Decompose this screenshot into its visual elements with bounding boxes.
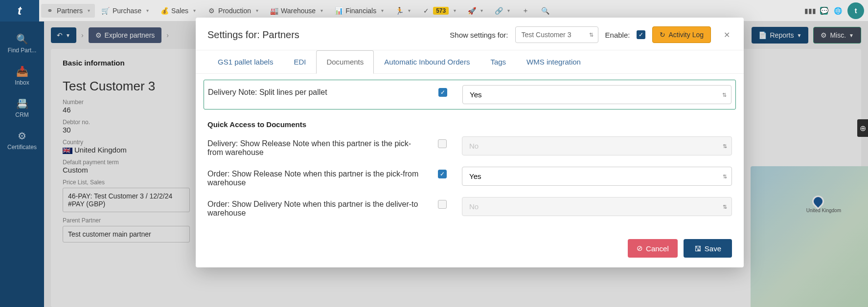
- nav-financials[interactable]: 📊 Financials ▾: [330, 4, 388, 18]
- save-label: Save: [705, 244, 721, 253]
- production-icon: ⚙: [207, 7, 215, 15]
- close-icon[interactable]: ✕: [722, 28, 732, 42]
- nav-label: Purchase: [113, 7, 141, 15]
- link-icon: 🔗: [495, 7, 503, 15]
- user-avatar[interactable]: t: [847, 2, 864, 19]
- tab-documents[interactable]: Documents: [316, 50, 374, 74]
- setting-select[interactable]: No: [462, 197, 732, 216]
- nav-extra-1[interactable]: 🏃▾: [390, 4, 415, 18]
- check-icon: ✓: [422, 7, 430, 15]
- modal-footer: ⊘ Cancel 🖫 Save: [196, 232, 744, 267]
- setting-row-delivery-release-note: Delivery: Show Release Note when this pa…: [207, 132, 732, 162]
- nav-label: Production: [218, 7, 251, 15]
- setting-checkbox[interactable]: [438, 200, 447, 209]
- nav-extra-2[interactable]: ✓573▾: [417, 4, 461, 18]
- setting-row-delivery-note-split: Delivery Note: Split lines per pallet ✓ …: [204, 80, 736, 110]
- setting-checkbox[interactable]: [438, 139, 447, 148]
- badge-count: 573: [433, 7, 449, 15]
- setting-label: Delivery Note: Split lines per pallet: [208, 85, 423, 97]
- nav-extra-4[interactable]: 🔗▾: [490, 4, 515, 18]
- chevron-down-icon: ▾: [193, 8, 196, 13]
- financials-icon: 📊: [335, 7, 343, 15]
- setting-checkbox[interactable]: ✓: [438, 170, 447, 178]
- chevron-down-icon: ▾: [256, 8, 258, 13]
- nav-label: Partners: [57, 7, 83, 15]
- cancel-icon: ⊘: [637, 244, 643, 253]
- setting-label: Order: Show Release Note when this partn…: [207, 167, 423, 187]
- setting-checkbox[interactable]: ✓: [438, 88, 447, 97]
- settings-modal: Settings for: Partners Show settings for…: [196, 18, 744, 267]
- nav-label: Warehouse: [281, 7, 316, 15]
- sales-icon: 💰: [160, 7, 168, 15]
- app-logo[interactable]: t: [0, 0, 39, 22]
- run-icon: 🏃: [395, 7, 403, 15]
- nav-search[interactable]: 🔍: [536, 4, 554, 18]
- cart-icon: 🛒: [102, 7, 110, 15]
- warehouse-icon: 🏭: [270, 7, 278, 15]
- plus-icon: ＋: [522, 7, 529, 15]
- section-quick-access: Quick Access to Documents: [207, 111, 732, 132]
- modal-header: Settings for: Partners Show settings for…: [196, 18, 744, 50]
- chat-icon[interactable]: 💬: [820, 7, 828, 15]
- setting-select[interactable]: Yes: [462, 85, 731, 104]
- barcode-icon[interactable]: ▮▮▮: [806, 7, 814, 15]
- chevron-down-icon: ▾: [381, 8, 384, 13]
- tab-wms[interactable]: WMS integration: [516, 50, 591, 73]
- chevron-down-icon: ▾: [88, 8, 90, 13]
- setting-select[interactable]: Yes: [462, 167, 732, 186]
- partners-icon: ⚭: [46, 7, 54, 15]
- show-settings-for-label: Show settings for:: [450, 31, 508, 39]
- nav-production[interactable]: ⚙ Production ▾: [203, 4, 263, 18]
- nav-extra-3[interactable]: 🚀▾: [463, 4, 488, 18]
- save-icon: 🖫: [694, 244, 702, 253]
- nav-sales[interactable]: 💰 Sales ▾: [156, 4, 201, 18]
- modal-tabs: GS1 pallet labels EDI Documents Automati…: [196, 50, 744, 74]
- activity-log-button[interactable]: ↻ Activity Log: [652, 26, 711, 43]
- modal-title: Settings for: Partners: [207, 29, 299, 41]
- modal-body: Delivery Note: Split lines per pallet ✓ …: [196, 74, 744, 232]
- nav-label: Financials: [345, 7, 376, 15]
- nav-add[interactable]: ＋: [517, 4, 534, 18]
- setting-label: Delivery: Show Release Note when this pa…: [207, 136, 423, 157]
- nav-label: Sales: [171, 7, 188, 15]
- tab-edi[interactable]: EDI: [283, 50, 316, 73]
- setting-row-order-release-note: Order: Show Release Note when this partn…: [207, 162, 732, 192]
- globe-icon[interactable]: 🌐: [834, 7, 842, 15]
- tab-gs1[interactable]: GS1 pallet labels: [207, 50, 283, 73]
- setting-select[interactable]: No: [462, 136, 732, 155]
- setting-label: Order: Show Delivery Note when this part…: [207, 197, 423, 218]
- chevron-down-icon: ▾: [146, 8, 149, 13]
- activity-label: Activity Log: [668, 31, 704, 39]
- enable-checkbox[interactable]: ✓: [637, 30, 645, 39]
- enable-label: Enable:: [605, 31, 630, 39]
- tab-tags[interactable]: Tags: [480, 50, 516, 73]
- show-settings-for-select[interactable]: Test Customer 3: [515, 26, 598, 43]
- activity-icon: ↻: [660, 31, 665, 39]
- chevron-down-icon: ▾: [320, 8, 323, 13]
- nav-warehouse[interactable]: 🏭 Warehouse ▾: [265, 4, 328, 18]
- rocket-icon: 🚀: [468, 7, 476, 15]
- cancel-label: Cancel: [646, 244, 669, 253]
- nav-purchase[interactable]: 🛒 Purchase ▾: [97, 4, 154, 18]
- nav-partners[interactable]: ⚭ Partners ▾: [41, 4, 95, 18]
- cancel-button[interactable]: ⊘ Cancel: [628, 239, 678, 258]
- search-icon: 🔍: [541, 7, 549, 15]
- save-button[interactable]: 🖫 Save: [684, 239, 732, 258]
- setting-row-order-delivery-note: Order: Show Delivery Note when this part…: [207, 192, 732, 222]
- tab-auto-inbound[interactable]: Automatic Inbound Orders: [374, 50, 480, 73]
